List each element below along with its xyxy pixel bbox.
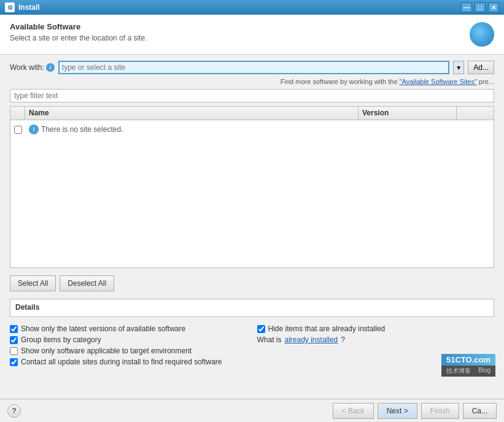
app-icon: ⚙ (5, 2, 15, 12)
sites-link-prefix: Find more software by working with the (281, 78, 400, 85)
row-name-text: There is no site selected. (41, 125, 123, 134)
window-title: Install (18, 3, 40, 12)
watermark: 51CTO.com 技术博客 Blog (0, 354, 498, 377)
work-with-row: Work with: i ▼ Ad... (10, 61, 494, 74)
sites-link-row: Find more software by working with the "… (10, 78, 494, 85)
dialog-header: Available Software Select a site or ente… (0, 15, 504, 55)
th-extra (457, 107, 494, 120)
option-already-installed-row: What is already installed? (257, 336, 495, 344)
details-section: Details (10, 299, 494, 317)
row-info-icon: i (29, 125, 39, 134)
footer-buttons: < Back Next > Finish Ca... (333, 403, 497, 419)
maximize-button[interactable]: □ (475, 2, 486, 12)
back-button[interactable]: < Back (333, 403, 374, 419)
select-all-button[interactable]: Select All (10, 275, 56, 291)
work-with-dropdown-button[interactable]: ▼ (453, 61, 464, 74)
option-group-by-category[interactable]: Group items by category (10, 336, 247, 344)
already-installed-link[interactable]: already installed (285, 336, 338, 344)
cancel-button[interactable]: Ca... (463, 403, 497, 419)
option-hide-installed[interactable]: Hide items that are already installed (257, 324, 495, 333)
window-controls: — □ ✕ (461, 2, 499, 12)
filter-input[interactable] (10, 89, 494, 102)
watermark-sub: 技术博客 Blog (441, 366, 495, 377)
dialog-subtitle: Select a site or enter the location of a… (10, 34, 147, 42)
software-table: Name Version i There is no site selected… (10, 106, 494, 268)
watermark-sub2: Blog (478, 367, 490, 375)
title-bar: ⚙ Install — □ ✕ (0, 0, 504, 15)
watermark-sub1: 技术博客 (446, 367, 471, 375)
option-group-by-category-checkbox[interactable] (10, 336, 18, 344)
watermark-brand-text: 51CTO.com (441, 354, 495, 366)
close-button[interactable]: ✕ (488, 2, 499, 12)
row-checkbox[interactable] (14, 126, 22, 134)
row-checkbox-cell (10, 126, 25, 134)
dialog-content: Work with: i ▼ Ad... Find more software … (0, 55, 504, 376)
dialog-footer: ? < Back Next > Finish Ca... (0, 399, 504, 422)
header-icon (470, 22, 494, 47)
add-button[interactable]: Ad... (468, 61, 494, 74)
finish-button[interactable]: Finish (421, 403, 459, 419)
work-with-info-icon[interactable]: i (46, 63, 55, 72)
deselect-all-button[interactable]: Deselect All (60, 275, 114, 291)
header-text: Available Software Select a site or ente… (10, 22, 147, 42)
dialog-title: Available Software (10, 22, 147, 31)
th-name: Name (25, 107, 359, 120)
next-button[interactable]: Next > (378, 403, 417, 419)
help-button[interactable]: ? (7, 404, 21, 418)
details-label: Details (15, 303, 39, 312)
watermark-brand: 51CTO.com 技术博客 Blog (441, 354, 495, 377)
available-software-sites-link[interactable]: "Available Software Sites" (400, 78, 477, 85)
option-latest-versions-checkbox[interactable] (10, 325, 18, 333)
th-checkbox (10, 107, 25, 120)
th-version: Version (359, 107, 457, 120)
option-latest-versions[interactable]: Show only the latest versions of availab… (10, 324, 247, 333)
option-hide-installed-checkbox[interactable] (257, 325, 265, 333)
work-with-label: Work with: i (10, 63, 55, 72)
work-with-input[interactable] (58, 61, 450, 74)
sites-link-suffix: pre... (477, 78, 494, 85)
minimize-button[interactable]: — (461, 2, 472, 12)
table-body: i There is no site selected. (10, 120, 494, 267)
table-row: i There is no site selected. (10, 123, 494, 136)
install-dialog: Available Software Select a site or ente… (0, 15, 504, 422)
action-buttons-row: Select All Deselect All (10, 272, 494, 295)
table-header: Name Version (10, 107, 494, 120)
